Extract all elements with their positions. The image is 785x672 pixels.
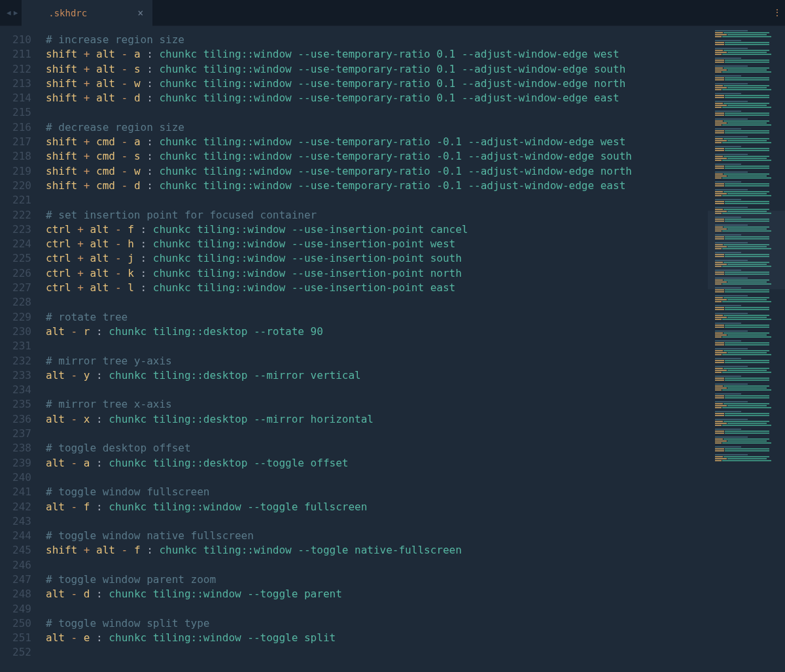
code-line[interactable] [46,602,708,616]
line-number: 230 [0,325,31,339]
line-number: 218 [0,149,31,164]
code-line[interactable] [46,295,708,309]
code-line[interactable]: # decrease region size [46,120,708,135]
code-line[interactable]: ctrl + alt - k : chunkc tiling::window -… [46,266,708,281]
line-number: 234 [0,383,31,397]
code-line[interactable]: alt - f : chunkc tiling::window --toggle… [46,500,708,514]
line-number: 245 [0,543,31,557]
line-number: 241 [0,485,31,499]
code-line[interactable]: # mirror tree y-axis [46,354,708,368]
code-line[interactable] [46,470,708,485]
code-line[interactable]: shift + alt - s : chunkc tiling::window … [46,62,708,77]
code-line[interactable]: # toggle window fullscreen [46,485,708,499]
more-menu-icon[interactable]: ⋮ [775,7,778,18]
code-line[interactable] [46,383,708,397]
line-number: 213 [0,77,31,91]
code-line[interactable]: ctrl + alt - h : chunkc tiling::window -… [46,237,708,251]
line-number: 247 [0,573,31,587]
code-line[interactable] [46,558,708,573]
code-line[interactable]: # toggle window split type [46,616,708,631]
line-number: 243 [0,514,31,529]
tab-filename: .skhdrc [48,8,87,18]
code-line[interactable]: alt - r : chunkc tiling::desktop --rotat… [46,325,708,339]
line-number: 222 [0,208,31,222]
line-number: 215 [0,105,31,120]
line-number: 252 [0,645,31,660]
titlebar: ◀ ▶ .skhdrc × ⋮ [0,0,785,26]
code-line[interactable]: shift + cmd - d : chunkc tiling::window … [46,179,708,193]
nav-forward-icon[interactable]: ▶ [14,9,18,17]
minimap[interactable] [708,26,785,672]
code-area[interactable]: # increase region sizeshift + alt - a : … [38,33,708,672]
line-number: 246 [0,558,31,573]
line-number: 251 [0,631,31,645]
code-line[interactable]: # rotate tree [46,310,708,325]
code-line[interactable]: ctrl + alt - f : chunkc tiling::window -… [46,222,708,237]
line-number: 233 [0,368,31,383]
line-number: 214 [0,91,31,105]
line-number: 223 [0,222,31,237]
code-line[interactable]: shift + cmd - s : chunkc tiling::window … [46,149,708,164]
line-number: 217 [0,135,31,149]
code-line[interactable] [46,339,708,353]
code-line[interactable]: ctrl + alt - l : chunkc tiling::window -… [46,281,708,295]
line-number: 240 [0,470,31,485]
code-line[interactable]: # set insertion point for focused contai… [46,208,708,222]
line-number: 219 [0,164,31,179]
code-line[interactable]: shift + cmd - a : chunkc tiling::window … [46,135,708,149]
line-number: 232 [0,354,31,368]
line-number: 250 [0,616,31,631]
line-number: 228 [0,295,31,309]
code-line[interactable]: # toggle desktop offset [46,441,708,455]
code-line[interactable]: shift + alt - w : chunkc tiling::window … [46,77,708,91]
code-line[interactable]: ctrl + alt - j : chunkc tiling::window -… [46,251,708,266]
code-line[interactable]: alt - x : chunkc tiling::desktop --mirro… [46,412,708,427]
line-number: 235 [0,397,31,412]
editor-wrap: 2102112122132142152162172182192202212222… [0,26,785,672]
line-number: 237 [0,427,31,441]
line-number: 210 [0,33,31,47]
line-number: 225 [0,251,31,266]
code-line[interactable] [46,193,708,207]
line-number: 220 [0,179,31,193]
code-line[interactable]: shift + alt - f : chunkc tiling::window … [46,543,708,557]
line-number: 249 [0,602,31,616]
line-number: 248 [0,587,31,601]
close-icon[interactable]: × [137,7,143,19]
line-number: 229 [0,310,31,325]
code-line[interactable] [46,427,708,441]
code-line[interactable]: # toggle window parent zoom [46,573,708,587]
line-number: 224 [0,237,31,251]
code-line[interactable] [46,645,708,660]
minimap-viewport[interactable] [708,211,785,289]
line-number: 212 [0,62,31,77]
line-number: 238 [0,441,31,455]
code-line[interactable]: # increase region size [46,33,708,47]
code-line[interactable] [46,514,708,529]
code-line[interactable]: # toggle window native fullscreen [46,529,708,543]
file-tab[interactable]: .skhdrc × [22,0,152,26]
line-number: 239 [0,456,31,470]
code-line[interactable]: shift + alt - a : chunkc tiling::window … [46,47,708,62]
line-number-gutter: 2102112122132142152162172182192202212222… [0,33,38,672]
line-number: 221 [0,193,31,207]
code-line[interactable]: shift + cmd - w : chunkc tiling::window … [46,164,708,179]
line-number: 211 [0,47,31,62]
code-line[interactable]: # mirror tree x-axis [46,397,708,412]
line-number: 244 [0,529,31,543]
code-line[interactable] [46,105,708,120]
code-line[interactable]: alt - y : chunkc tiling::desktop --mirro… [46,368,708,383]
line-number: 242 [0,500,31,514]
code-line[interactable]: alt - a : chunkc tiling::desktop --toggl… [46,456,708,470]
editor[interactable]: 2102112122132142152162172182192202212222… [0,26,708,672]
code-line[interactable]: shift + alt - d : chunkc tiling::window … [46,91,708,105]
code-line[interactable]: alt - d : chunkc tiling::window --toggle… [46,587,708,601]
line-number: 236 [0,412,31,427]
line-number: 227 [0,281,31,295]
nav-back-icon[interactable]: ◀ [7,9,11,17]
line-number: 216 [0,120,31,135]
line-number: 226 [0,266,31,281]
code-line[interactable]: alt - e : chunkc tiling::window --toggle… [46,631,708,645]
line-number: 231 [0,339,31,353]
nav-arrows: ◀ ▶ [7,9,18,17]
